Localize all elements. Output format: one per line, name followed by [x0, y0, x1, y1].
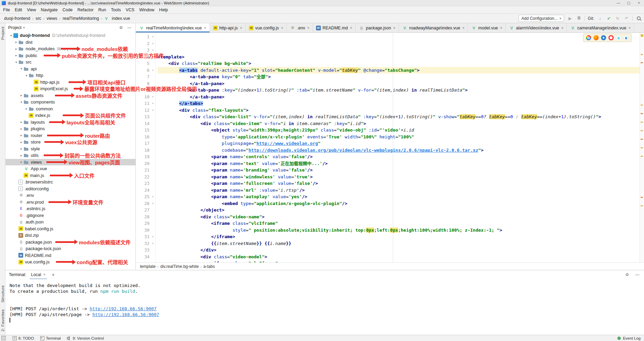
breadcrumb-item[interactable]: template: [139, 264, 156, 269]
toolwindow-favorites-button[interactable]: 2: Favorites: [1, 309, 5, 331]
code-line[interactable]: </a-tab-pane>: [158, 80, 644, 87]
fold-icon[interactable]: ▾: [151, 55, 155, 58]
tree-item[interactable]: ≡.browserslistrc: [5, 179, 135, 186]
tree-item[interactable]: JSvue.config.js: [5, 259, 135, 265]
breadcrumb-item[interactable]: duoji-frontend: [3, 16, 31, 21]
code-line[interactable]: <div class="video-list" v-for="(item,ind…: [158, 113, 644, 120]
menu-window[interactable]: Window: [137, 8, 157, 12]
tab-close-icon[interactable]: ×: [500, 26, 502, 30]
code-line[interactable]: <a-tab-pane :key="(index+1).toString()" …: [158, 87, 644, 94]
code-line[interactable]: <embed type="application/x-google-vlc-pl…: [158, 200, 644, 207]
code-line[interactable]: <a-tab-pane key="0" tab="全部">: [158, 73, 644, 80]
code-line[interactable]: </object>: [158, 207, 644, 214]
tree-item[interactable]: E.eslintrc.js: [5, 205, 135, 212]
tree-item[interactable]: ⚙.env: [5, 192, 135, 199]
code-line[interactable]: <param name='branding' value='false'/>: [158, 167, 644, 174]
fold-icon[interactable]: ▾: [151, 235, 155, 238]
breadcrumb-item[interactable]: src: [35, 16, 42, 21]
tree-item[interactable]: Zdist.zip: [5, 232, 135, 239]
code-line[interactable]: <param name='windowless' value='true'>: [158, 174, 644, 180]
editor-tab[interactable]: ValarmVideos\index.vue×: [506, 23, 567, 32]
terminal-cursor[interactable]: [10, 318, 10, 323]
code-line[interactable]: <div class="video-item" v-for="i in item…: [158, 120, 644, 127]
chevron-expanded-icon[interactable]: ▾: [24, 74, 29, 77]
tree-item[interactable]: ▸assets: [5, 92, 135, 99]
chevron-expanded-icon[interactable]: ▾: [19, 100, 24, 104]
tab-close-icon[interactable]: ×: [350, 26, 352, 30]
edge-icon[interactable]: e: [624, 35, 629, 40]
code-line[interactable]: style=" position:absolute;visibility:inh…: [158, 227, 644, 234]
toolwindow-project-button[interactable]: Project: [1, 27, 5, 40]
tree-item[interactable]: ▸node_moduleslibrary root: [5, 45, 135, 52]
editor-tab[interactable]: VcameraManage\index.vue×: [567, 23, 634, 32]
new-terminal-icon[interactable]: +: [51, 272, 56, 277]
settings-gear-icon[interactable]: ⚙: [118, 25, 124, 30]
git-update-icon[interactable]: ↓: [597, 16, 603, 21]
tree-item[interactable]: ▾src: [5, 59, 135, 66]
code-line[interactable]: </div>: [158, 247, 644, 254]
tree-item[interactable]: MREADME.md: [5, 252, 135, 259]
tree-item[interactable]: {}package.json: [5, 239, 135, 246]
code-line[interactable]: <param name='controls' value='false'/>: [158, 153, 644, 160]
code-lines[interactable]: <template> <div class="realTime bg-white…: [156, 33, 644, 262]
editor-tab[interactable]: VroadwayManage\index.vue×: [399, 23, 468, 32]
chevron-down-icon[interactable]: ▾: [23, 26, 25, 29]
chevron-collapsed-icon[interactable]: ▸: [19, 127, 24, 131]
minimize-button[interactable]: —: [613, 0, 624, 6]
git-history-icon[interactable]: ↻: [615, 16, 621, 21]
statusbar-version-control[interactable]: 9: Version Control: [67, 336, 104, 340]
tree-item[interactable]: ▾http: [5, 72, 135, 79]
fold-icon[interactable]: ▾: [151, 202, 155, 205]
fold-icon[interactable]: ▾: [151, 42, 155, 45]
fold-icon[interactable]: ▾: [151, 195, 155, 198]
tree-item[interactable]: {}package-lock.json: [5, 245, 135, 252]
breadcrumb-item[interactable]: div.realTime.bg-white: [160, 264, 200, 269]
code-line[interactable]: </iframe>: [158, 233, 644, 240]
chevron-expanded-icon[interactable]: ▾: [9, 34, 13, 37]
settings-gear-icon[interactable]: ⚙: [624, 272, 630, 277]
editor-tab[interactable]: Vmodel.vue×: [468, 23, 506, 32]
code-line[interactable]: <iframe class="vlcIframe": [158, 220, 644, 227]
editor-tab[interactable]: VrealTimeMonitoring\index.vue×: [136, 23, 210, 32]
tree-item[interactable]: ▸common: [5, 106, 135, 112]
terminal-link[interactable]: http://192.168.66.56:9007: [92, 312, 159, 317]
add-configuration-button[interactable]: Add Configuration... ▾: [518, 15, 564, 22]
statusbar-terminal[interactable]: Terminal: [40, 336, 61, 340]
tree-item[interactable]: ▸utils: [5, 152, 135, 159]
fold-icon[interactable]: ▾: [151, 109, 155, 112]
tab-close-icon[interactable]: ×: [240, 26, 242, 30]
code-line[interactable]: codebase="http://downloads.videolan.org/…: [158, 147, 644, 154]
project-panel-title[interactable]: Project: [8, 25, 22, 30]
tree-item[interactable]: ▸router: [5, 132, 135, 139]
chevron-collapsed-icon[interactable]: ▸: [14, 40, 18, 44]
tree-item[interactable]: ▸views: [5, 159, 135, 166]
tree-item[interactable]: ▾api: [5, 66, 135, 72]
code-line[interactable]: <param name='mrl' :value='i.rtsp'/>: [158, 187, 644, 194]
editor-tab[interactable]: {}package.json×: [356, 23, 399, 32]
code-line[interactable]: <object style="width:390px;height:219px"…: [158, 127, 644, 134]
menu-vcs[interactable]: VCS: [123, 8, 137, 12]
toolwindow-switcher-icon[interactable]: [1, 336, 6, 340]
run-icon[interactable]: ▶: [567, 16, 573, 21]
tree-item[interactable]: VApp.vue: [5, 165, 135, 172]
code-line[interactable]: <param name='fullscreen' value='false'/>: [158, 180, 644, 187]
tab-close-icon[interactable]: ×: [393, 26, 396, 30]
fold-icon[interactable]: ▾: [151, 95, 155, 98]
editor-tab[interactable]: MREADME.md×: [313, 23, 356, 32]
opera-icon[interactable]: [609, 35, 614, 40]
menu-tools[interactable]: Tools: [109, 8, 123, 12]
tab-close-icon[interactable]: ×: [204, 26, 206, 30]
tree-item[interactable]: ▸layouts: [5, 119, 135, 126]
tab-close-icon[interactable]: ×: [462, 26, 464, 30]
error-stripe[interactable]: [640, 33, 644, 262]
fold-icon[interactable]: ▾: [151, 242, 155, 245]
toolwindow-structure-button[interactable]: Structure: [1, 285, 5, 302]
code-line[interactable]: {{item.streetName}} {{i.name}}: [158, 240, 644, 247]
tree-item[interactable]: JSmain.js: [5, 172, 135, 179]
ie-icon[interactable]: e: [616, 35, 621, 40]
editor-tab[interactable]: JShttp-api.js×: [210, 23, 246, 32]
code-line[interactable]: type='application/x-vlc-plugin' events='…: [158, 134, 644, 140]
menu-navigate[interactable]: Navigate: [39, 8, 60, 12]
debug-icon[interactable]: [576, 16, 582, 21]
chevron-collapsed-icon[interactable]: ▸: [19, 160, 24, 164]
